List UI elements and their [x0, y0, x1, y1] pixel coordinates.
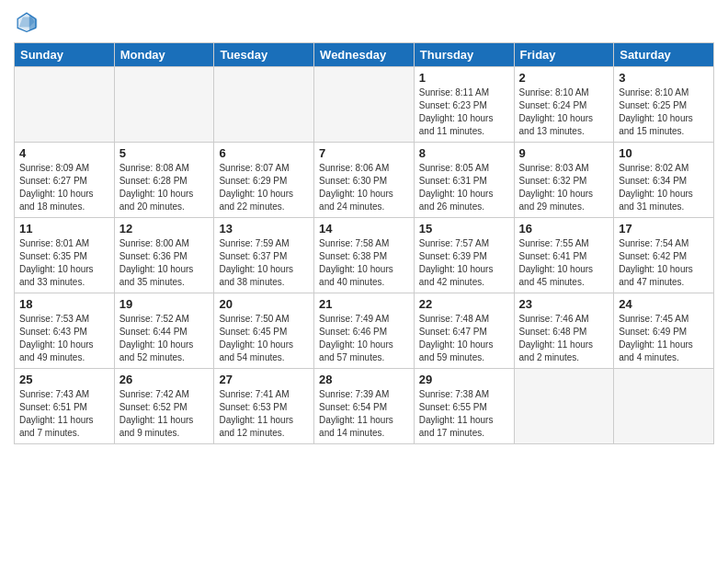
day-info: Sunrise: 7:49 AMSunset: 6:46 PMDaylight:…	[319, 313, 409, 364]
day-info: Sunrise: 7:46 AMSunset: 6:48 PMDaylight:…	[519, 313, 609, 364]
day-header-friday: Friday	[514, 43, 614, 67]
calendar-cell: 2Sunrise: 8:10 AMSunset: 6:24 PMDaylight…	[514, 67, 614, 143]
calendar-cell: 19Sunrise: 7:52 AMSunset: 6:44 PMDayligh…	[114, 293, 214, 369]
calendar-cell: 8Sunrise: 8:05 AMSunset: 6:31 PMDaylight…	[414, 143, 514, 218]
day-header-tuesday: Tuesday	[214, 43, 314, 67]
day-number: 28	[319, 373, 409, 386]
day-header-thursday: Thursday	[414, 43, 514, 67]
calendar-cell: 25Sunrise: 7:43 AMSunset: 6:51 PMDayligh…	[15, 369, 115, 444]
day-number: 11	[19, 222, 109, 236]
day-info: Sunrise: 8:07 AMSunset: 6:29 PMDaylight:…	[219, 162, 309, 213]
calendar-cell: 4Sunrise: 8:09 AMSunset: 6:27 PMDaylight…	[15, 143, 115, 218]
calendar-cell	[314, 67, 415, 143]
calendar-cell	[114, 67, 214, 143]
week-row-3: 11Sunrise: 8:01 AMSunset: 6:35 PMDayligh…	[15, 218, 714, 293]
day-info: Sunrise: 7:50 AMSunset: 6:45 PMDaylight:…	[219, 313, 309, 364]
calendar-cell: 6Sunrise: 8:07 AMSunset: 6:29 PMDaylight…	[214, 143, 314, 218]
day-number: 6	[219, 146, 309, 160]
day-number: 3	[619, 71, 709, 85]
day-number: 21	[319, 297, 409, 311]
calendar-cell	[214, 67, 314, 143]
calendar-cell: 14Sunrise: 7:58 AMSunset: 6:38 PMDayligh…	[314, 218, 415, 293]
day-info: Sunrise: 7:41 AMSunset: 6:53 PMDaylight:…	[219, 388, 309, 440]
calendar-cell: 7Sunrise: 8:06 AMSunset: 6:30 PMDaylight…	[314, 143, 415, 218]
calendar-cell	[15, 67, 115, 143]
day-info: Sunrise: 7:55 AMSunset: 6:41 PMDaylight:…	[519, 237, 609, 289]
calendar-cell: 20Sunrise: 7:50 AMSunset: 6:45 PMDayligh…	[214, 293, 314, 369]
day-info: Sunrise: 8:08 AMSunset: 6:28 PMDaylight:…	[119, 162, 210, 213]
day-number: 23	[519, 297, 609, 311]
calendar-cell: 13Sunrise: 7:59 AMSunset: 6:37 PMDayligh…	[214, 218, 314, 293]
day-number: 4	[19, 146, 109, 160]
day-header-saturday: Saturday	[614, 43, 714, 67]
calendar-table: SundayMondayTuesdayWednesdayThursdayFrid…	[14, 42, 714, 444]
week-row-4: 18Sunrise: 7:53 AMSunset: 6:43 PMDayligh…	[15, 293, 714, 369]
calendar-cell: 12Sunrise: 8:00 AMSunset: 6:36 PMDayligh…	[114, 218, 214, 293]
day-info: Sunrise: 8:06 AMSunset: 6:30 PMDaylight:…	[319, 162, 409, 213]
week-row-1: 1Sunrise: 8:11 AMSunset: 6:23 PMDaylight…	[15, 67, 714, 143]
day-number: 15	[419, 222, 509, 236]
day-number: 1	[419, 71, 509, 85]
day-number: 17	[619, 222, 709, 236]
day-number: 29	[419, 373, 509, 386]
day-number: 19	[119, 297, 210, 311]
day-number: 14	[319, 222, 409, 236]
calendar-cell: 23Sunrise: 7:46 AMSunset: 6:48 PMDayligh…	[514, 293, 614, 369]
page: SundayMondayTuesdayWednesdayThursdayFrid…	[0, 0, 728, 458]
day-number: 9	[519, 146, 609, 160]
calendar-cell	[514, 369, 614, 444]
calendar-cell: 22Sunrise: 7:48 AMSunset: 6:47 PMDayligh…	[414, 293, 514, 369]
day-number: 18	[19, 297, 109, 311]
day-info: Sunrise: 7:53 AMSunset: 6:43 PMDaylight:…	[19, 313, 109, 364]
day-header-monday: Monday	[114, 43, 214, 67]
header-row: SundayMondayTuesdayWednesdayThursdayFrid…	[15, 43, 714, 67]
day-number: 7	[319, 146, 409, 160]
day-number: 26	[119, 373, 210, 386]
day-info: Sunrise: 7:43 AMSunset: 6:51 PMDaylight:…	[19, 388, 109, 440]
day-number: 27	[219, 373, 309, 386]
day-number: 25	[19, 373, 109, 386]
day-header-sunday: Sunday	[15, 43, 115, 67]
day-number: 5	[119, 146, 210, 160]
day-info: Sunrise: 7:39 AMSunset: 6:54 PMDaylight:…	[319, 388, 409, 440]
day-number: 10	[619, 146, 709, 160]
day-number: 12	[119, 222, 210, 236]
logo-icon	[14, 9, 40, 35]
day-info: Sunrise: 8:05 AMSunset: 6:31 PMDaylight:…	[419, 162, 509, 213]
day-number: 22	[419, 297, 509, 311]
calendar-cell: 29Sunrise: 7:38 AMSunset: 6:55 PMDayligh…	[414, 369, 514, 444]
day-info: Sunrise: 8:01 AMSunset: 6:35 PMDaylight:…	[19, 237, 109, 289]
calendar-cell: 11Sunrise: 8:01 AMSunset: 6:35 PMDayligh…	[15, 218, 115, 293]
day-info: Sunrise: 7:54 AMSunset: 6:42 PMDaylight:…	[619, 237, 709, 289]
calendar-cell: 24Sunrise: 7:45 AMSunset: 6:49 PMDayligh…	[614, 293, 714, 369]
day-info: Sunrise: 8:10 AMSunset: 6:24 PMDaylight:…	[519, 86, 609, 138]
day-number: 16	[519, 222, 609, 236]
day-info: Sunrise: 8:00 AMSunset: 6:36 PMDaylight:…	[119, 237, 210, 289]
day-number: 2	[519, 71, 609, 85]
day-header-wednesday: Wednesday	[314, 43, 415, 67]
week-row-5: 25Sunrise: 7:43 AMSunset: 6:51 PMDayligh…	[15, 369, 714, 444]
calendar-cell: 9Sunrise: 8:03 AMSunset: 6:32 PMDaylight…	[514, 143, 614, 218]
day-number: 20	[219, 297, 309, 311]
day-info: Sunrise: 8:09 AMSunset: 6:27 PMDaylight:…	[19, 162, 109, 213]
calendar-cell: 18Sunrise: 7:53 AMSunset: 6:43 PMDayligh…	[15, 293, 115, 369]
day-info: Sunrise: 7:48 AMSunset: 6:47 PMDaylight:…	[419, 313, 509, 364]
day-info: Sunrise: 7:58 AMSunset: 6:38 PMDaylight:…	[319, 237, 409, 289]
day-info: Sunrise: 7:42 AMSunset: 6:52 PMDaylight:…	[119, 388, 210, 440]
day-info: Sunrise: 7:52 AMSunset: 6:44 PMDaylight:…	[119, 313, 210, 364]
day-info: Sunrise: 7:38 AMSunset: 6:55 PMDaylight:…	[419, 388, 509, 440]
calendar-cell: 15Sunrise: 7:57 AMSunset: 6:39 PMDayligh…	[414, 218, 514, 293]
calendar-cell: 28Sunrise: 7:39 AMSunset: 6:54 PMDayligh…	[314, 369, 415, 444]
day-info: Sunrise: 7:59 AMSunset: 6:37 PMDaylight:…	[219, 237, 309, 289]
day-number: 13	[219, 222, 309, 236]
calendar-cell: 17Sunrise: 7:54 AMSunset: 6:42 PMDayligh…	[614, 218, 714, 293]
day-number: 8	[419, 146, 509, 160]
calendar-cell: 16Sunrise: 7:55 AMSunset: 6:41 PMDayligh…	[514, 218, 614, 293]
calendar-cell: 26Sunrise: 7:42 AMSunset: 6:52 PMDayligh…	[114, 369, 214, 444]
day-number: 24	[619, 297, 709, 311]
calendar-cell: 5Sunrise: 8:08 AMSunset: 6:28 PMDaylight…	[114, 143, 214, 218]
logo	[14, 9, 43, 35]
calendar-cell: 27Sunrise: 7:41 AMSunset: 6:53 PMDayligh…	[214, 369, 314, 444]
day-info: Sunrise: 7:45 AMSunset: 6:49 PMDaylight:…	[619, 313, 709, 364]
calendar-cell: 10Sunrise: 8:02 AMSunset: 6:34 PMDayligh…	[614, 143, 714, 218]
